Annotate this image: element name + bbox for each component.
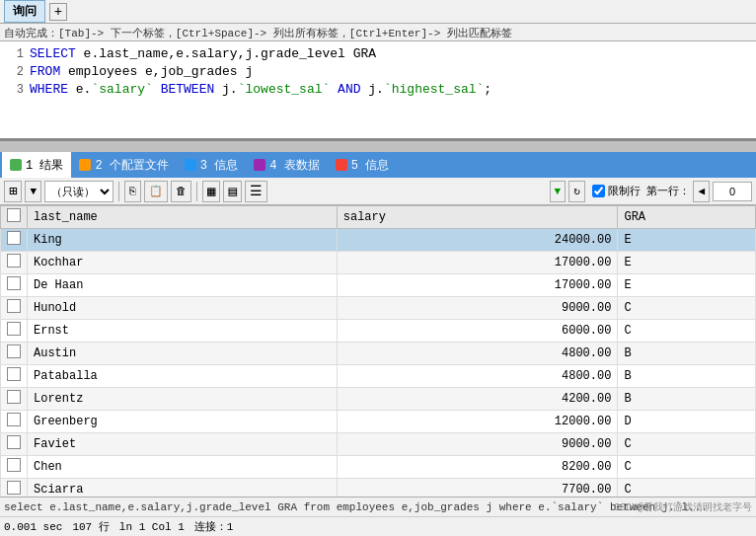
row-checkbox[interactable] bbox=[7, 435, 21, 449]
row-checkbox[interactable] bbox=[7, 231, 21, 245]
cell-grade: C bbox=[618, 433, 756, 456]
tab-info2[interactable]: 5 信息 bbox=[328, 152, 397, 178]
table-row[interactable]: Hunold9000.00C bbox=[1, 297, 756, 320]
row-checkbox[interactable] bbox=[7, 481, 21, 495]
toolbar-table-view-btn[interactable]: ▦ bbox=[202, 181, 220, 202]
cell-salary: 4200.00 bbox=[337, 388, 618, 411]
row-checkbox[interactable] bbox=[7, 345, 21, 358]
tab-tabledata-label: 4 表数据 bbox=[269, 157, 319, 174]
toolbar-form-view-btn[interactable]: ▤ bbox=[223, 181, 241, 202]
header-checkbox[interactable] bbox=[7, 208, 21, 222]
row-checkbox[interactable] bbox=[7, 367, 21, 381]
row-checkbox[interactable] bbox=[7, 276, 21, 290]
col-header-last-name[interactable]: last_name bbox=[28, 206, 338, 229]
cell-last-name: King bbox=[28, 229, 338, 252]
toolbar-copy-btn[interactable]: ⎘ bbox=[124, 181, 141, 202]
row-checkbox-cell bbox=[1, 343, 28, 365]
table-row[interactable]: Chen8200.00C bbox=[1, 456, 756, 479]
table-row[interactable]: Sciarra7700.00C bbox=[1, 479, 756, 498]
sql-editor[interactable]: 1 SELECT e.last_name,e.salary,j.grade_le… bbox=[0, 41, 756, 140]
where-salary-col: `salary` bbox=[91, 82, 152, 97]
table-row[interactable]: Austin4800.00B bbox=[1, 343, 756, 365]
table-row[interactable]: Greenberg12000.00D bbox=[1, 411, 756, 433]
cell-grade: B bbox=[618, 365, 756, 388]
tab-info-label: 3 信息 bbox=[200, 157, 238, 174]
cell-salary: 17000.00 bbox=[337, 274, 618, 297]
keyword-from: FROM bbox=[30, 64, 60, 79]
toolbar-grid-btn[interactable]: ⊞ bbox=[4, 181, 22, 202]
tab-tabledata[interactable]: 4 表数据 bbox=[246, 152, 327, 178]
row-checkbox-cell bbox=[1, 456, 28, 479]
row-checkbox[interactable] bbox=[7, 390, 21, 404]
editor-scrollbar[interactable] bbox=[0, 140, 756, 152]
limit-prev-btn[interactable]: ◀ bbox=[693, 181, 710, 202]
sql-line-2: 2 FROM employees e,job_grades j bbox=[0, 63, 752, 81]
row-checkbox[interactable] bbox=[7, 254, 21, 268]
tab-profile[interactable]: 2 个配置文件 bbox=[71, 152, 176, 178]
row-checkbox[interactable] bbox=[7, 413, 21, 426]
readonly-select[interactable]: （只读） bbox=[44, 181, 113, 202]
table-row[interactable]: Pataballa4800.00B bbox=[1, 365, 756, 388]
cell-salary: 6000.00 bbox=[337, 320, 618, 343]
row-checkbox[interactable] bbox=[7, 458, 21, 472]
col-header-salary[interactable]: salary bbox=[337, 206, 618, 229]
cell-grade: B bbox=[618, 343, 756, 365]
toolbar-paste-btn[interactable]: 📋 bbox=[144, 181, 168, 202]
line-number-1: 1 bbox=[0, 45, 30, 63]
row-checkbox-cell bbox=[1, 297, 28, 320]
row-checkbox[interactable] bbox=[7, 299, 21, 313]
bottom-info-bar: 0.001 sec 107 行 ln 1 Col 1 连接：1 bbox=[0, 516, 756, 536]
add-query-tab-button[interactable]: + bbox=[49, 3, 67, 21]
tab-results-icon bbox=[10, 159, 22, 171]
line-number-2: 2 bbox=[0, 63, 30, 81]
cell-salary: 9000.00 bbox=[337, 297, 618, 320]
cell-grade: B bbox=[618, 388, 756, 411]
cell-grade: D bbox=[618, 411, 756, 433]
keyword-between: BETWEEN bbox=[161, 82, 215, 97]
table-row[interactable]: Faviet9000.00C bbox=[1, 433, 756, 456]
tab-results[interactable]: 1 结果 bbox=[2, 152, 71, 178]
toolbar-sep-2 bbox=[196, 182, 197, 201]
sql-content-2: FROM employees e,job_grades j bbox=[30, 63, 752, 81]
row-checkbox-cell bbox=[1, 320, 28, 343]
limit-label: 限制行 第一行： bbox=[608, 184, 691, 198]
cell-salary: 24000.00 bbox=[337, 229, 618, 252]
cursor-position: ln 1 Col 1 bbox=[119, 521, 185, 533]
limit-value-input[interactable] bbox=[713, 182, 752, 201]
query-tab-bar: 询问 + bbox=[0, 0, 756, 24]
query-tab[interactable]: 询问 bbox=[4, 0, 45, 23]
toolbar-refresh-btn[interactable]: ↻ bbox=[568, 181, 585, 202]
table-row[interactable]: Lorentz4200.00B bbox=[1, 388, 756, 411]
lowest-sal-col: `lowest_sal` bbox=[238, 82, 331, 97]
cell-last-name: Chen bbox=[28, 456, 338, 479]
limit-checkbox[interactable] bbox=[592, 185, 605, 197]
toolbar-filter-btn[interactable]: ▼ bbox=[550, 181, 567, 202]
highest-sal-col: `highest_sal` bbox=[384, 82, 484, 97]
sql-content-1: SELECT e.last_name,e.salary,j.grade_leve… bbox=[30, 45, 752, 63]
col-header-gra[interactable]: GRA bbox=[618, 206, 756, 229]
table-row[interactable]: Ernst6000.00C bbox=[1, 320, 756, 343]
editor-section: 询问 + 自动完成：[Tab]-> 下一个标签，[Ctrl+Space]-> 列… bbox=[0, 0, 756, 152]
table-row[interactable]: King24000.00E bbox=[1, 229, 756, 252]
cell-grade: E bbox=[618, 252, 756, 274]
table-row[interactable]: De Haan17000.00E bbox=[1, 274, 756, 297]
autocomplete-hint: 自动完成：[Tab]-> 下一个标签，[Ctrl+Space]-> 列出所有标签… bbox=[0, 24, 756, 41]
cell-salary: 8200.00 bbox=[337, 456, 618, 479]
where-prefix: e. bbox=[68, 82, 91, 97]
cell-last-name: Hunold bbox=[28, 297, 338, 320]
table-row[interactable]: Kochhar17000.00E bbox=[1, 252, 756, 274]
toolbar-delete-btn[interactable]: 🗑 bbox=[171, 181, 191, 202]
toolbar-sep-1 bbox=[118, 182, 119, 201]
cell-last-name: Austin bbox=[28, 343, 338, 365]
keyword-and: AND bbox=[338, 82, 360, 97]
results-toolbar: ⊞ ▼ （只读） ⎘ 📋 🗑 ▦ ▤ ☰ ▼ ↻ 限制行 第一行： ◀ bbox=[0, 178, 756, 205]
toolbar-dropdown-btn[interactable]: ▼ bbox=[25, 181, 41, 202]
toolbar-text-view-btn[interactable]: ☰ bbox=[245, 181, 267, 202]
tab-info[interactable]: 3 信息 bbox=[177, 152, 246, 178]
row-checkbox-cell bbox=[1, 274, 28, 297]
cell-last-name: Lorentz bbox=[28, 388, 338, 411]
row-checkbox[interactable] bbox=[7, 322, 21, 336]
cell-salary: 7700.00 bbox=[337, 479, 618, 498]
row-checkbox-cell bbox=[1, 411, 28, 433]
data-table-container[interactable]: last_name salary GRA King24000.00EKochha… bbox=[0, 205, 756, 497]
